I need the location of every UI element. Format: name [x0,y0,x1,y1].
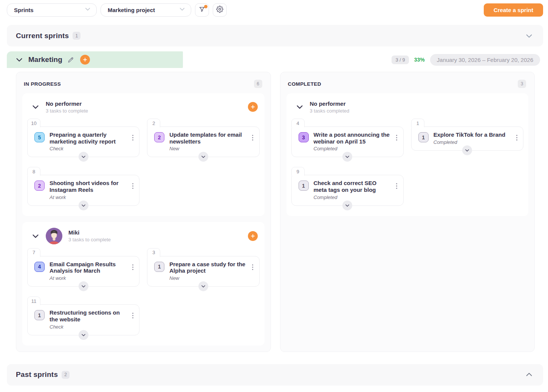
settings-icon [216,6,223,14]
expand-task-icon[interactable] [342,201,352,210]
performer-info: Miki3 tasks to complete [68,229,111,242]
performer-group: Miki3 tasks to complete74Email Campaign … [22,222,265,346]
task-status: Check [50,324,127,330]
avatar [46,228,62,244]
task-points-badge: 5 [34,132,45,142]
performer-group-header[interactable]: No performer3 tasks completed [286,93,529,118]
sprint-board: IN PROGRESS6No performer3 tasks to compl… [7,68,543,352]
task-title: Email Campaign Results Analysis for Marc… [50,261,127,274]
board-column-completed: COMPLETED3No performer3 tasks completed4… [280,72,535,352]
expand-task-icon[interactable] [79,281,88,291]
task-card[interactable]: 31Prepare a case study for the Alpha pro… [147,256,259,287]
task-status: Completed [314,146,391,151]
column-title: IN PROGRESS [24,81,61,87]
project-select[interactable]: Marketing project [101,3,191,17]
task-card[interactable]: 105Preparing a quarterly marketing activ… [27,127,139,157]
task-menu-icon[interactable] [129,183,136,189]
column-title: COMPLETED [288,81,321,87]
collapse-group-icon[interactable] [296,103,304,111]
expand-task-icon[interactable] [79,152,88,162]
section-count-badge: 1 [73,32,80,40]
column-header: IN PROGRESS6 [22,77,265,93]
task-number-tab: 3 [147,248,160,257]
task-title: Write a post announcing the webinar on A… [314,131,391,145]
task-slot: 82Shooting short videos for Instagram Re… [27,167,139,210]
expand-task-icon[interactable] [342,152,352,162]
task-slot: 91Check and correct SEO meta tags on you… [291,167,404,210]
task-slot: 111Restructuring sections on the website… [27,296,139,340]
task-menu-icon[interactable] [393,183,400,189]
project-select-value: Marketing project [108,7,155,13]
task-card[interactable]: 74Email Campaign Results Analysis for Ma… [27,256,139,287]
task-number-tab: 9 [291,167,305,176]
sprint-name: Marketing [28,56,62,64]
task-title: Check and correct SEO meta tags on your … [314,180,391,193]
collapse-group-icon[interactable] [31,103,40,111]
task-card[interactable]: 91Check and correct SEO meta tags on you… [291,175,404,205]
performer-task-summary: 3 tasks to complete [46,108,88,114]
chevron-up-icon[interactable] [525,370,533,379]
sprint-date-range: January 30, 2026 – February 20, 2026 [430,54,540,66]
create-sprint-button[interactable]: Create a sprint [484,3,543,17]
task-main: Preparing a quarterly marketing activity… [50,131,129,151]
expand-task-icon[interactable] [79,201,88,210]
task-main: Email Campaign Results Analysis for Marc… [50,261,129,281]
performer-group-header[interactable]: No performer3 tasks to complete [22,93,265,118]
board-column-in-progress: IN PROGRESS6No performer3 tasks to compl… [16,72,271,352]
task-slot: 105Preparing a quarterly marketing activ… [27,118,139,162]
sprint-progress-ratio: 3 / 9 [392,56,409,64]
performer-group: No performer3 tasks to complete105Prepar… [22,93,265,216]
expand-task-icon[interactable] [462,145,472,155]
task-points-badge: 4 [34,262,45,272]
task-menu-icon[interactable] [129,312,136,318]
task-menu-icon[interactable] [249,134,256,140]
filter-button[interactable] [195,3,209,17]
performer-group-header[interactable]: Miki3 tasks to complete [22,222,265,248]
add-task-button[interactable] [248,102,258,112]
task-points-badge: 1 [34,310,45,320]
task-status: Check [50,146,127,151]
task-card[interactable]: 11Explore TikTok for a BrandCompleted [411,127,523,151]
task-menu-icon[interactable] [513,134,520,140]
settings-button[interactable] [213,3,227,17]
chevron-down-icon[interactable] [525,32,533,40]
current-sprints-section[interactable]: Current sprints 1 [7,25,543,46]
task-slot: 22Update templates for email newsletters… [147,118,259,162]
task-card[interactable]: 22Update templates for email newsletters… [147,127,259,157]
sprints-page: Sprints Marketing project Create a sprin… [0,0,548,392]
task-grid: 74Email Campaign Results Analysis for Ma… [22,248,265,346]
task-title: Shooting short videos for Instagram Reel… [50,180,127,193]
add-task-button[interactable] [248,231,258,241]
expand-task-icon[interactable] [79,330,88,340]
add-task-button[interactable] [80,55,90,65]
edit-icon[interactable] [67,56,74,63]
task-menu-icon[interactable] [129,264,136,270]
top-toolbar: Sprints Marketing project Create a sprin… [7,3,543,17]
task-menu-icon[interactable] [393,134,400,140]
task-card[interactable]: 111Restructuring sections on the website… [27,304,139,335]
expand-task-icon[interactable] [198,281,208,291]
sprint-card-marketing: Marketing 3 / 9 33% January 30, 2026 – F… [7,51,543,352]
sprint-header-left: Marketing [7,51,183,68]
task-status: Completed [314,194,391,200]
task-status: New [169,275,247,281]
task-menu-icon[interactable] [129,134,136,140]
section-title: Past sprints [16,370,58,379]
chevron-down-icon [179,6,186,14]
task-points-badge: 1 [418,132,429,142]
past-sprints-section[interactable]: Past sprints 2 [7,364,543,386]
task-number-tab: 1 [411,119,424,127]
task-card[interactable]: 43Write a post announcing the webinar on… [291,127,404,157]
view-select[interactable]: Sprints [7,3,97,17]
task-card[interactable]: 82Shooting short videos for Instagram Re… [27,175,139,205]
performer-task-summary: 3 tasks completed [310,108,350,114]
expand-task-icon[interactable] [198,152,208,162]
column-count-badge: 6 [254,80,262,88]
task-points-badge: 2 [34,181,45,191]
task-points-badge: 1 [154,262,164,272]
task-points-badge: 1 [299,181,309,191]
task-menu-icon[interactable] [249,264,256,270]
collapse-group-icon[interactable] [31,232,40,240]
task-slot: 31Prepare a case study for the Alpha pro… [147,248,259,292]
collapse-sprint-icon[interactable] [15,56,23,64]
